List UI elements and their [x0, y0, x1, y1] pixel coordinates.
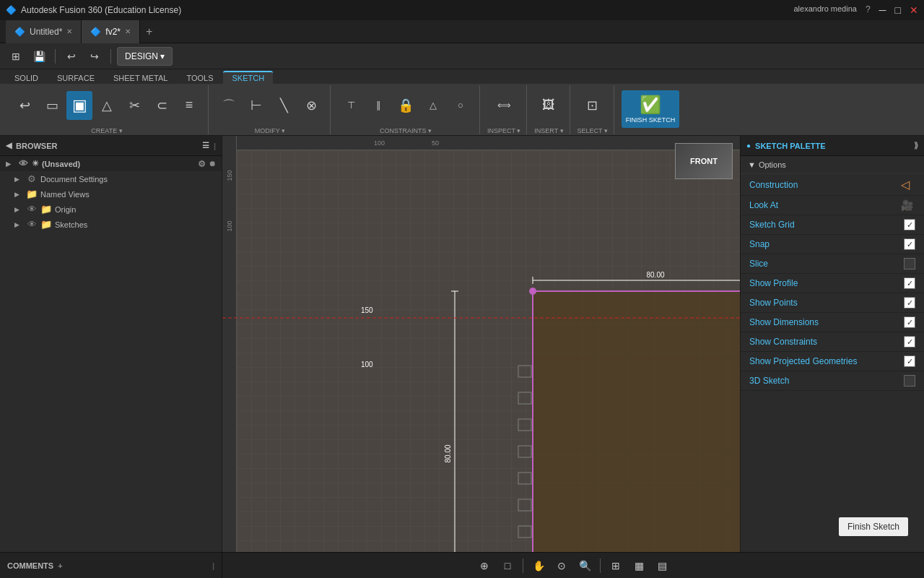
sp-label-snap[interactable]: Snap — [749, 239, 904, 249]
browser-menu-btn[interactable]: ☰ — [202, 141, 209, 150]
mirror-btn[interactable]: ≡ — [176, 91, 202, 120]
scale-btn[interactable]: ⊗ — [298, 91, 324, 120]
tab-solid[interactable]: SOLID — [6, 72, 47, 84]
look-at-icon[interactable]: 🎥 — [901, 199, 915, 211]
trim-btn[interactable]: ✂ — [121, 91, 147, 120]
tab-surface[interactable]: SURFACE — [48, 72, 103, 84]
sp-label-slice[interactable]: Slice — [749, 259, 904, 269]
chamfer-btn[interactable]: ⊢ — [243, 91, 269, 120]
gear-icon-unsaved[interactable]: ⚙ — [198, 159, 206, 169]
select-label[interactable]: SELECT ▾ — [578, 127, 608, 134]
sp-check-show-dimensions[interactable]: ✓ — [904, 316, 915, 328]
sp-row-slice[interactable]: Slice — [741, 254, 924, 274]
perp-btn[interactable]: ⊤ — [338, 91, 364, 120]
browser-item-sketches[interactable]: ▶ 👁 📁 Sketches — [0, 217, 222, 232]
sp-check-show-projected[interactable]: ✓ — [904, 355, 915, 367]
sp-check-show-profile[interactable]: ✓ — [904, 277, 915, 289]
tab-close-untitled[interactable]: ✕ — [66, 27, 72, 35]
sp-check-3d-sketch[interactable] — [904, 375, 915, 387]
finish-sketch-btn[interactable]: ✅ FINISH SKETCH — [622, 90, 679, 128]
sp-check-sketch-grid[interactable]: ✓ — [904, 219, 915, 230]
display-settings-btn[interactable]: ▤ — [652, 556, 672, 576]
doc-tab-untitled[interactable]: 🔷 Untitled* ✕ — [6, 20, 82, 43]
measure-btn[interactable]: ⟺ — [491, 91, 517, 120]
sp-label-show-constraints[interactable]: Show Constraints — [749, 337, 904, 347]
arc-btn[interactable]: △ — [94, 91, 120, 120]
browser-item-named-views[interactable]: ▶ 📁 Named Views — [0, 186, 222, 202]
sp-row-sketch-grid[interactable]: Sketch Grid ✓ — [741, 215, 924, 235]
redo-btn[interactable]: ↪ — [84, 46, 105, 66]
sp-row-3d-sketch[interactable]: 3D Sketch — [741, 371, 924, 391]
design-dropdown-btn[interactable]: DESIGN ▾ — [117, 47, 173, 66]
sp-expand-btn[interactable]: ⟫ — [914, 141, 918, 150]
grid-snap-btn[interactable]: ⊞ — [606, 556, 626, 576]
sp-label-show-points[interactable]: Show Points — [749, 298, 904, 308]
sp-options-header[interactable]: ▼ Options — [741, 156, 924, 174]
help-btn[interactable]: ? — [866, 4, 871, 16]
zoom-btn[interactable]: 🔍 — [575, 556, 595, 576]
comments-expand-btn[interactable]: + — [58, 561, 62, 570]
sp-label-construction[interactable]: Construction — [749, 180, 901, 190]
browser-item-origin[interactable]: ▶ 👁 📁 Origin — [0, 202, 222, 217]
tab-sketch[interactable]: SKETCH — [223, 71, 273, 84]
comments-resize-handle[interactable]: | — [212, 561, 214, 570]
browser-item-doc-settings[interactable]: ▶ ⚙ Document Settings — [0, 171, 222, 186]
constraints-label[interactable]: CONSTRAINTS ▾ — [380, 127, 432, 134]
sp-check-show-points[interactable]: ✓ — [904, 297, 915, 309]
sp-row-show-points[interactable]: Show Points ✓ — [741, 293, 924, 313]
insert-label[interactable]: INSERT ▾ — [534, 127, 563, 134]
sp-label-3d-sketch[interactable]: 3D Sketch — [749, 376, 904, 386]
capture-design-btn[interactable]: □ — [497, 556, 518, 576]
insert-canvas-btn[interactable]: 🖼 — [536, 91, 562, 120]
modify-label[interactable]: MODIFY ▾ — [255, 127, 285, 134]
tab-tools[interactable]: TOOLS — [178, 72, 222, 84]
sp-check-slice[interactable] — [904, 258, 915, 269]
save-btn[interactable]: 💾 — [29, 46, 49, 66]
rect-btn[interactable]: ▭ — [39, 91, 65, 120]
browser-resize-handle[interactable]: | — [214, 142, 216, 150]
doc-tab-fv2[interactable]: 🔷 fv2* ✕ — [82, 20, 140, 43]
sp-label-show-dimensions[interactable]: Show Dimensions — [749, 317, 904, 327]
para-btn[interactable]: ∥ — [365, 91, 391, 120]
sp-check-show-constraints[interactable]: ✓ — [904, 336, 915, 348]
grid-menu-btn[interactable]: ⊞ — [6, 46, 26, 66]
browser-collapse-btn[interactable]: ◀ — [6, 141, 12, 150]
line-btn[interactable]: ↩ — [12, 91, 38, 120]
tab-add-btn[interactable]: + — [140, 25, 158, 38]
visibility-icon-unsaved[interactable]: 👁 — [17, 158, 29, 169]
sp-label-look-at[interactable]: Look At — [749, 200, 901, 210]
sp-row-look-at[interactable]: Look At 🎥 — [741, 196, 924, 215]
inspect-label[interactable]: INSPECT ▾ — [487, 127, 520, 134]
close-btn[interactable]: ✕ — [910, 4, 918, 16]
construction-icon[interactable]: ◁ — [901, 178, 915, 191]
canvas-area[interactable]: 100 50 150 100 — [222, 136, 740, 552]
sp-row-construction[interactable]: Construction ◁ — [741, 174, 924, 196]
sp-row-show-constraints[interactable]: Show Constraints ✓ — [741, 332, 924, 352]
tangent-btn[interactable]: △ — [420, 91, 446, 120]
tab-close-fv2[interactable]: ✕ — [125, 27, 131, 35]
view-cube[interactable]: FRONT — [675, 143, 733, 201]
sp-check-snap[interactable]: ✓ — [904, 238, 915, 250]
undo-btn[interactable]: ↩ — [61, 46, 82, 66]
grid-settings-btn[interactable]: ▦ — [629, 556, 649, 576]
sp-label-show-projected[interactable]: Show Projected Geometries — [749, 356, 904, 366]
coinc-btn[interactable]: ○ — [448, 91, 474, 120]
browser-item-unsaved[interactable]: ▶ 👁 ☀ (Unsaved) ⚙ ⏺ — [0, 156, 222, 171]
sp-label-show-profile[interactable]: Show Profile — [749, 278, 904, 288]
fillet-btn[interactable]: ⌒ — [216, 91, 242, 120]
rect2-btn[interactable]: ▣ — [66, 91, 92, 120]
pan-btn[interactable]: ✋ — [528, 556, 549, 576]
record-icon-unsaved[interactable]: ⏺ — [209, 160, 216, 168]
visibility-icon-sketches[interactable]: 👁 — [26, 219, 38, 230]
offset-btn[interactable]: ⊂ — [149, 91, 175, 120]
tab-sheet-metal[interactable]: SHEET METAL — [105, 72, 176, 84]
visibility-icon-origin[interactable]: 👁 — [26, 204, 38, 215]
snap-toggle-btn[interactable]: ⊕ — [474, 556, 494, 576]
select-btn[interactable]: ⊡ — [580, 91, 606, 120]
sp-row-show-projected[interactable]: Show Projected Geometries ✓ — [741, 352, 924, 371]
sp-row-show-dimensions[interactable]: Show Dimensions ✓ — [741, 313, 924, 332]
orbit-btn[interactable]: ⊙ — [552, 556, 572, 576]
finish-sketch-palette-btn[interactable]: Finish Sketch — [839, 517, 908, 536]
minimize-btn[interactable]: ─ — [879, 4, 886, 16]
sp-row-snap[interactable]: Snap ✓ — [741, 235, 924, 254]
